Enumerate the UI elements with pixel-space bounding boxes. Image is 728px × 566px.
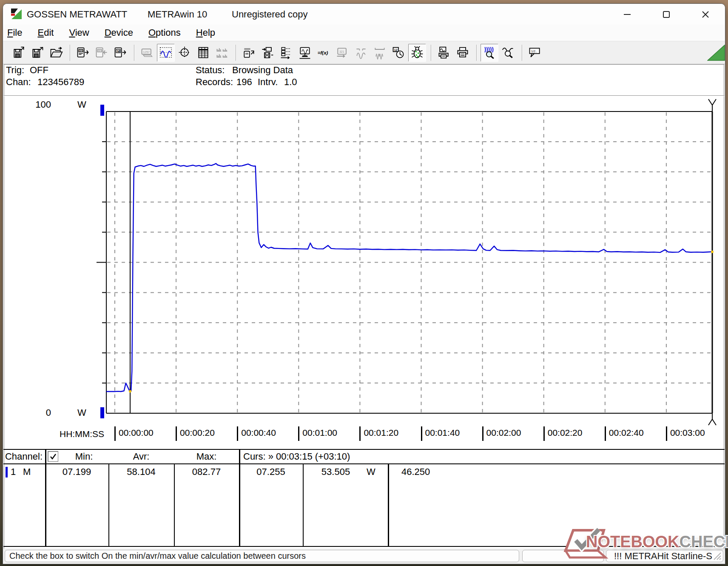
- toolbar-print-preview-button[interactable]: [435, 44, 453, 62]
- menu-view[interactable]: View: [69, 27, 89, 38]
- table-vline: [45, 449, 46, 547]
- toolbar-debug-bug-button[interactable]: [408, 44, 426, 62]
- toolbar-save-as-button[interactable]: [28, 44, 46, 62]
- menu-file[interactable]: File: [7, 27, 22, 38]
- svg-text:=f(x): =f(x): [318, 50, 328, 55]
- x-tick-mark: [237, 426, 238, 441]
- toolbar-channel-config-button[interactable]: [277, 44, 295, 62]
- x-tick-label: 00:02:00: [486, 428, 521, 438]
- toolbar-numeric-display-button[interactable]: 1257: [138, 44, 156, 62]
- toolbar-formula-button[interactable]: =f(x): [315, 44, 333, 62]
- toolbar-separator: [70, 45, 70, 61]
- x-tick-label: 00:01:00: [302, 428, 337, 438]
- chan-value: 123456789: [37, 77, 84, 88]
- window-controls: [608, 4, 725, 25]
- trig-label: Trig:: [6, 65, 24, 76]
- minimize-button[interactable]: [608, 4, 647, 25]
- menu-options[interactable]: Options: [148, 27, 181, 38]
- channel-config-icon: [279, 46, 293, 60]
- cursor-value-dot: [129, 390, 131, 393]
- store-to-file-icon: [261, 46, 274, 60]
- svg-text:321: 321: [79, 49, 83, 52]
- close-button[interactable]: [686, 4, 725, 25]
- toolbar-online-monitor-button[interactable]: [296, 44, 314, 62]
- print-preview-icon: [437, 46, 451, 60]
- cell-min: 07.199: [45, 466, 108, 478]
- x-tick-label: 00:01:20: [364, 428, 398, 438]
- toolbar-open-file-button[interactable]: [47, 44, 65, 62]
- toolbar-save-file-button[interactable]: [10, 44, 28, 62]
- toolbar-trigger-wave-button[interactable]: [352, 44, 370, 62]
- menu-help[interactable]: Help: [196, 27, 215, 38]
- toolbar: 321321M1257=f(x)321121/2..: [3, 41, 725, 64]
- line-chart-icon: [159, 46, 173, 60]
- toolbar-line-chart-button[interactable]: [157, 44, 175, 62]
- statusbar-message-panel: Check the box to switch On the min/avr/m…: [5, 550, 519, 562]
- cursor-value-dot: [711, 251, 714, 253]
- toolbar-store-to-file-button[interactable]: [259, 44, 276, 62]
- channel-range-marker: [100, 407, 104, 418]
- menu-edit[interactable]: Edit: [37, 27, 54, 38]
- x-tick-mark: [482, 426, 483, 441]
- menubar: FileEditViewDeviceOptionsHelp: [3, 25, 725, 41]
- toolbar-zoom-signal-button[interactable]: [481, 44, 498, 62]
- envelope-wave-icon: [373, 46, 387, 60]
- send-to-device-icon: 321: [95, 46, 108, 60]
- interval-label: Intrv.: [258, 77, 278, 88]
- toolbar-export-data-button[interactable]: [240, 44, 258, 62]
- toolbar-annotation-button[interactable]: 1/2..: [526, 44, 544, 62]
- device-display-icon: 321: [336, 46, 349, 60]
- x-tick-mark: [359, 426, 361, 441]
- toolbar-histogram-button[interactable]: [213, 44, 231, 62]
- toolbar-data-table-button[interactable]: [194, 44, 212, 62]
- toolbar-zoom-curve-button[interactable]: [499, 44, 517, 62]
- toolbar-xy-view-button[interactable]: [176, 44, 193, 62]
- x-tick-label: 00:02:20: [548, 428, 583, 438]
- timer-clock-icon: 12: [392, 46, 405, 60]
- toolbar-read-memory-button[interactable]: M: [111, 44, 129, 62]
- toolbar-envelope-wave-button[interactable]: [371, 44, 389, 62]
- toolbar-separator: [476, 45, 477, 61]
- formula-icon: =f(x): [317, 46, 330, 60]
- toolbar-print-button[interactable]: [454, 44, 472, 62]
- annotation-icon: 1/2..: [528, 46, 542, 60]
- x-tick-mark: [605, 426, 606, 441]
- col-header-min: Min:: [60, 451, 108, 463]
- svg-text:321: 321: [339, 50, 344, 54]
- desktop-background: GOSSEN METRAWATT METRAwin 10 Unregistere…: [0, 0, 728, 566]
- toolbar-send-to-device-button[interactable]: 321: [93, 44, 111, 62]
- y-axis-min-label: 0: [24, 407, 51, 418]
- minavrmax-checkbox[interactable]: [48, 451, 58, 462]
- debug-bug-icon: [410, 46, 424, 60]
- print-icon: [456, 46, 469, 60]
- toolbar-separator: [522, 45, 522, 61]
- records-value: 196: [236, 77, 252, 88]
- cell-avr: 58.104: [108, 466, 174, 478]
- toolbar-device-display-button[interactable]: 321: [333, 44, 351, 62]
- toolbar-read-from-device-button[interactable]: 321: [74, 44, 92, 62]
- svg-text:1/2..: 1/2..: [531, 50, 537, 53]
- cell-cursor-a: 07.255: [239, 466, 303, 478]
- toolbar-timer-clock-button[interactable]: 12: [390, 44, 407, 62]
- maximize-button[interactable]: [647, 4, 686, 25]
- svg-text:M: M: [117, 49, 120, 53]
- records-label: Records:: [196, 77, 233, 88]
- zoom-signal-icon: [483, 46, 496, 60]
- export-data-icon: [242, 46, 256, 60]
- col-header-max: Max:: [174, 451, 239, 463]
- cell-max: 082.77: [174, 466, 239, 478]
- toolbar-separator: [236, 45, 236, 61]
- x-tick-label: 00:00:00: [119, 428, 154, 438]
- menu-device[interactable]: Device: [105, 27, 133, 38]
- watermark-check: CHECK: [680, 533, 728, 551]
- data-table-icon: [196, 46, 210, 60]
- channel-range-marker: [100, 105, 104, 116]
- x-tick-mark: [543, 426, 545, 441]
- titlebar-brand: GOSSEN METRAWATT: [27, 4, 127, 25]
- col-header-channel: Channel:: [3, 451, 44, 463]
- numeric-display-icon: 1257: [140, 46, 154, 60]
- cell-channel-number: 1: [11, 466, 16, 478]
- x-tick-label: 00:03:00: [670, 428, 705, 438]
- read-from-device-icon: 321: [76, 46, 90, 60]
- cell-cursor-diff: 46.250: [401, 466, 430, 478]
